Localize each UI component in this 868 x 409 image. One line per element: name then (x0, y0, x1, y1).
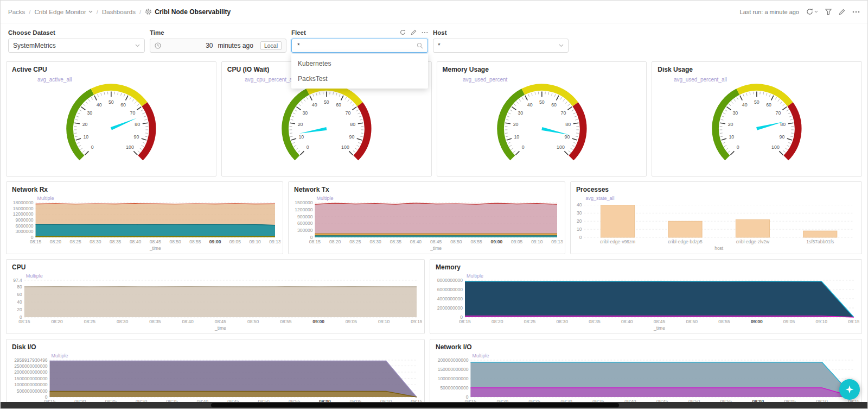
fleet-input[interactable] (296, 41, 413, 50)
svg-text:20: 20 (17, 307, 22, 312)
fleet-actions (400, 29, 428, 35)
svg-text:09:05: 09:05 (346, 319, 358, 324)
pencil-icon (411, 29, 417, 35)
time-filter: Time 30 minutes ago Local (150, 28, 286, 53)
assistant-fab-button[interactable] (839, 379, 860, 400)
svg-text:08:20: 08:20 (51, 319, 63, 324)
svg-text:18000000: 18000000 (13, 200, 34, 205)
svg-text:30: 30 (518, 110, 523, 116)
edit-button[interactable] (839, 9, 845, 15)
disk-io-chart: 0500000000000100000000000015000000000002… (9, 351, 422, 409)
svg-text:08:20: 08:20 (50, 239, 62, 244)
svg-text:08:55: 08:55 (280, 319, 292, 324)
ellipsis-icon (422, 32, 428, 34)
time-value[interactable]: 30 (206, 42, 213, 49)
svg-text:08:40: 08:40 (621, 319, 633, 324)
svg-text:1000000000000: 1000000000000 (14, 382, 48, 387)
fleet-option-kubernetes[interactable]: Kubernetes (291, 56, 428, 71)
cpu-chart: 02040608097.408:1508:2008:2508:3008:3508… (9, 272, 422, 332)
gauge-subtitle: avg_active_all (7, 77, 103, 83)
host-filter: Host * (433, 28, 569, 53)
panel-title: CPU (IO Wait) (227, 66, 270, 73)
active-cpu-gauge: 0102030405060708090100 (7, 78, 216, 175)
svg-text:08:55: 08:55 (189, 239, 201, 244)
cpu-memory-row: CPU 02040608097.408:1508:2008:2508:3008:… (6, 259, 862, 334)
svg-text:40: 40 (577, 202, 582, 207)
svg-text:08:50: 08:50 (686, 319, 698, 324)
svg-text:Multiple: Multiple (37, 196, 54, 201)
svg-text:08:35: 08:35 (110, 239, 122, 244)
svg-text:40: 40 (742, 102, 748, 108)
svg-text:cribl-edge-v96zm: cribl-edge-v96zm (600, 239, 635, 244)
svg-text:10: 10 (298, 134, 304, 140)
fleet-label: Fleet (291, 29, 306, 36)
processes-chart: 010203040cribl-edge-v96zmcribl-edge-bdzp… (573, 194, 859, 253)
panel-disk-usage: Disk Usage avg_used_percent_all 01020304… (652, 61, 862, 177)
clock-icon (155, 42, 161, 49)
svg-text:1500000000000: 1500000000000 (14, 376, 48, 381)
breadcrumb-pack-name[interactable]: Cribl Edge Monitor (35, 9, 93, 15)
svg-text:70: 70 (345, 110, 350, 116)
dataset-select[interactable]: SystemMetrics (8, 39, 145, 53)
breadcrumb-packs[interactable]: Packs (8, 9, 25, 15)
svg-text:10: 10 (514, 134, 519, 140)
svg-text:08:15: 08:15 (30, 239, 42, 244)
svg-text:40: 40 (17, 299, 22, 305)
svg-text:30: 30 (577, 210, 582, 216)
time-field[interactable]: 30 minutes ago Local (150, 39, 286, 53)
panel-title: Disk I/O (12, 343, 36, 351)
timezone-local-button[interactable]: Local (260, 41, 282, 50)
svg-text:0: 0 (737, 144, 739, 150)
svg-text:90: 90 (564, 134, 570, 140)
fleet-filter: Fleet Kubernetes PacksTest (291, 28, 428, 53)
svg-text:08:30: 08:30 (557, 319, 569, 324)
horizontal-scrollbar-thumb[interactable] (211, 403, 619, 407)
dashboard: Active CPU avg_active_all 01020304050607… (1, 58, 867, 409)
svg-text:08:45: 08:45 (430, 239, 442, 244)
horizontal-scrollbar-track[interactable] (1, 402, 867, 408)
more-button[interactable] (852, 11, 860, 13)
svg-text:09:10: 09:10 (250, 239, 261, 244)
fleet-refresh-button[interactable] (400, 29, 406, 35)
svg-text:09:15: 09:15 (848, 319, 859, 324)
svg-text:100: 100 (771, 144, 780, 150)
breadcrumb-dashboards[interactable]: Dashboards (102, 9, 136, 15)
app-window: Packs / Cribl Edge Monitor / Dashboards … (0, 0, 868, 409)
fleet-edit-button[interactable] (411, 29, 417, 35)
svg-text:40: 40 (312, 102, 317, 108)
svg-text:08:15: 08:15 (459, 319, 471, 324)
svg-text:0: 0 (307, 144, 309, 150)
svg-text:900000: 900000 (297, 214, 313, 219)
host-select[interactable]: * (433, 39, 569, 53)
svg-text:host: host (714, 246, 724, 251)
svg-text:08:35: 08:35 (149, 319, 161, 324)
svg-text:2000000000: 2000000000 (437, 305, 463, 311)
svg-text:100: 100 (557, 144, 565, 150)
gauge-subtitle: avg_used_percent_all (652, 77, 748, 83)
panel-title: Active CPU (12, 66, 47, 73)
search-icon (417, 42, 423, 49)
filter-button[interactable] (825, 9, 832, 15)
ellipsis-icon (852, 11, 860, 13)
svg-text:20: 20 (297, 122, 303, 127)
panel-title: Memory (436, 263, 461, 271)
host-value: * (438, 42, 556, 49)
fleet-dropdown: Kubernetes PacksTest (291, 54, 428, 89)
panel-memory-usage: Memory Usage avg_used_percent 0102030405… (437, 61, 647, 177)
svg-text:97.4: 97.4 (13, 278, 22, 283)
svg-text:1200000: 1200000 (295, 207, 312, 212)
svg-text:90: 90 (133, 134, 139, 140)
svg-text:Multiple: Multiple (472, 353, 489, 358)
fleet-option-packstest[interactable]: PacksTest (291, 71, 428, 86)
topbar-actions: Last run: a minute ago (740, 8, 860, 15)
fleet-more-button[interactable] (422, 32, 428, 34)
panel-title: Network Tx (294, 186, 329, 193)
svg-text:2000000000000: 2000000000000 (14, 369, 48, 375)
gauge-subtitle: avg_used_percent (437, 77, 533, 83)
svg-text:08:25: 08:25 (524, 319, 536, 324)
refresh-button[interactable] (806, 8, 818, 15)
svg-text:08:50: 08:50 (169, 239, 181, 244)
svg-text:_time: _time (430, 246, 442, 251)
panel-disk-io: Disk I/O 0500000000000100000000000015000… (6, 339, 425, 409)
network-rx-chart: 0300000060000009000000120000001500000018… (9, 194, 280, 253)
